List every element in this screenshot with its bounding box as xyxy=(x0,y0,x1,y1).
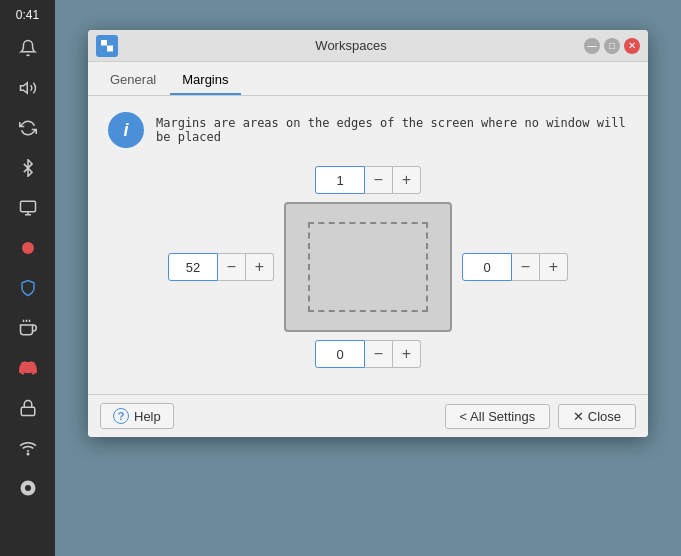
sync-icon[interactable] xyxy=(10,110,46,146)
screen-preview xyxy=(284,202,452,332)
close-window-button[interactable]: ✕ xyxy=(624,38,640,54)
volume-icon[interactable] xyxy=(10,70,46,106)
info-icon: i xyxy=(108,112,144,148)
top-margin-increase[interactable]: + xyxy=(393,166,421,194)
svg-marker-0 xyxy=(20,83,27,94)
workspaces-window: Workspaces — □ ✕ General Margins i Margi… xyxy=(88,30,648,437)
left-margin-decrease[interactable]: − xyxy=(218,253,246,281)
top-margin-decrease[interactable]: − xyxy=(365,166,393,194)
app-logo xyxy=(96,35,118,57)
record-icon[interactable] xyxy=(10,230,46,266)
close-label: ✕ Close xyxy=(573,409,621,424)
middle-row: − + − + xyxy=(168,202,568,332)
left-margin-input[interactable] xyxy=(168,253,218,281)
sidebar: 0:41 xyxy=(0,0,55,556)
info-description: Margins are areas on the edges of the sc… xyxy=(156,116,628,144)
window-controls: — □ ✕ xyxy=(584,38,640,54)
margins-layout: − + − + xyxy=(108,166,628,368)
top-margin-input[interactable] xyxy=(315,166,365,194)
tab-bar: General Margins xyxy=(88,62,648,96)
window-title: Workspaces xyxy=(118,38,584,53)
lock-icon[interactable] xyxy=(10,390,46,426)
close-button[interactable]: ✕ Close xyxy=(558,404,636,429)
right-buttons: < All Settings ✕ Close xyxy=(445,404,636,429)
discord-icon[interactable] xyxy=(10,350,46,386)
right-margin-control: − + xyxy=(462,253,568,281)
steam-icon[interactable] xyxy=(10,470,46,506)
info-row: i Margins are areas on the edges of the … xyxy=(108,112,628,148)
all-settings-button[interactable]: < All Settings xyxy=(445,404,551,429)
svg-rect-8 xyxy=(21,407,35,415)
coffee-icon[interactable] xyxy=(10,310,46,346)
bluetooth-icon[interactable] xyxy=(10,150,46,186)
bottom-margin-decrease[interactable]: − xyxy=(365,340,393,368)
bottom-margin-control: − + xyxy=(315,340,421,368)
clock: 0:41 xyxy=(16,0,39,28)
left-margin-control: − + xyxy=(168,253,274,281)
svg-rect-1 xyxy=(20,201,35,212)
right-margin-input[interactable] xyxy=(462,253,512,281)
help-label: Help xyxy=(134,409,161,424)
maximize-button[interactable]: □ xyxy=(604,38,620,54)
right-margin-decrease[interactable]: − xyxy=(512,253,540,281)
help-button[interactable]: ? Help xyxy=(100,403,174,429)
bottom-bar: ? Help < All Settings ✕ Close xyxy=(88,394,648,437)
shield-icon[interactable] xyxy=(10,270,46,306)
tab-general[interactable]: General xyxy=(98,68,168,95)
svg-point-11 xyxy=(25,485,31,491)
right-margin-increase[interactable]: + xyxy=(540,253,568,281)
left-margin-increase[interactable]: + xyxy=(246,253,274,281)
bell-icon[interactable] xyxy=(10,30,46,66)
monitor-icon[interactable] xyxy=(10,190,46,226)
tab-content: i Margins are areas on the edges of the … xyxy=(88,96,648,380)
tab-margins[interactable]: Margins xyxy=(170,68,240,95)
svg-point-4 xyxy=(22,242,34,254)
screen-inner-dashed xyxy=(308,222,428,312)
all-settings-label: < All Settings xyxy=(460,409,536,424)
main-area: Workspaces — □ ✕ General Margins i Margi… xyxy=(55,0,681,556)
bottom-margin-input[interactable] xyxy=(315,340,365,368)
bottom-margin-increase[interactable]: + xyxy=(393,340,421,368)
svg-point-9 xyxy=(27,453,29,455)
titlebar: Workspaces — □ ✕ xyxy=(88,30,648,62)
wifi-icon[interactable] xyxy=(10,430,46,466)
help-icon: ? xyxy=(113,408,129,424)
top-margin-control: − + xyxy=(315,166,421,194)
minimize-button[interactable]: — xyxy=(584,38,600,54)
